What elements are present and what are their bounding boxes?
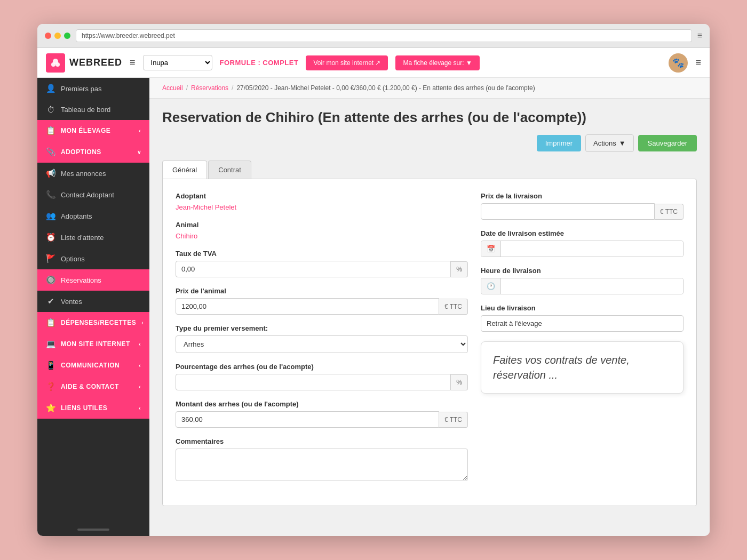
url-text: https://www.breeder.webreed.pet bbox=[82, 32, 175, 39]
type-versement-select[interactable]: Arrhes Acompte bbox=[176, 335, 468, 353]
maximize-dot[interactable] bbox=[64, 33, 70, 39]
chevron-right-site-icon: ‹ bbox=[139, 341, 141, 347]
sidebar-section-depenses[interactable]: 📋 DÉPENSES/RECETTES ‹ bbox=[37, 312, 149, 333]
sidebar-section-communication[interactable]: 📱 COMMUNICATION ‹ bbox=[37, 355, 149, 376]
sidebar-section-aide[interactable]: ❓ AIDE & CONTACT ‹ bbox=[37, 376, 149, 397]
btn-actions[interactable]: Actions ▼ bbox=[585, 134, 634, 152]
check-icon: ✔ bbox=[46, 297, 55, 306]
sidebar-item-adoptants[interactable]: 👥 Adoptants bbox=[37, 205, 149, 227]
minimize-dot[interactable] bbox=[54, 33, 61, 39]
reservation-icon: 🔘 bbox=[46, 275, 55, 285]
type-versement-group: Type du premier versement: Arrhes Acompt… bbox=[176, 324, 468, 353]
prix-livraison-input[interactable] bbox=[481, 203, 655, 220]
chevron-right-liens-icon: ‹ bbox=[139, 405, 141, 411]
tab-general-label: Général bbox=[172, 166, 197, 174]
sidebar-item-reservations[interactable]: 🔘 Réservations bbox=[37, 269, 149, 291]
callout-text: Faites vos contrats de vente, réservatio… bbox=[493, 353, 671, 382]
sidebar-item-mes-annonces[interactable]: 📢 Mes annonces bbox=[37, 163, 149, 184]
sidebar-item-liste-attente[interactable]: ⏰ Liste d'attente bbox=[37, 227, 149, 248]
top-nav: WEBREED ≡ Inupa FORMULE : COMPLET Voir m… bbox=[37, 48, 710, 78]
adoptant-group: Adoptant Jean-Michel Petelet bbox=[176, 192, 468, 211]
btn-sauvegarder[interactable]: Sauvegarder bbox=[638, 135, 697, 151]
svg-point-2 bbox=[55, 62, 60, 67]
calendar-icon: 📅 bbox=[481, 241, 501, 257]
url-bar[interactable]: https://www.breeder.webreed.pet bbox=[76, 29, 692, 42]
btn-fiche-elevage[interactable]: Ma fiche élevage sur: ▼ bbox=[395, 55, 479, 70]
sidebar-item-premiers-pas[interactable]: 👤 Premiers pas bbox=[37, 78, 149, 99]
pourcentage-label: Pourcentage des arrhes (ou de l'acompte) bbox=[176, 363, 468, 371]
clock-icon: ⏱ bbox=[46, 105, 55, 114]
lieu-livraison-label: Lieu de livraison bbox=[481, 304, 684, 312]
sidebar-label-liste-attente: Liste d'attente bbox=[61, 234, 141, 242]
prix-animal-label: Prix de l'animal bbox=[176, 287, 468, 295]
app-container: WEBREED ≡ Inupa FORMULE : COMPLET Voir m… bbox=[37, 48, 710, 536]
sidebar-label-adoptants: Adoptants bbox=[61, 212, 141, 220]
heure-livraison-input[interactable] bbox=[501, 278, 683, 294]
sidebar-item-contact-adoptant[interactable]: 📞 Contact Adoptant bbox=[37, 184, 149, 205]
tva-input[interactable] bbox=[176, 261, 451, 277]
animal-group: Animal Chihiro bbox=[176, 221, 468, 240]
sidebar-section-mon-site[interactable]: 💻 MON SITE INTERNET ‹ bbox=[37, 333, 149, 355]
chevron-right-comm-icon: ‹ bbox=[139, 363, 141, 369]
nav-menu-icon[interactable]: ≡ bbox=[695, 57, 701, 68]
montant-suffix: € TTC bbox=[439, 412, 468, 428]
sidebar-label-aide: AIDE & CONTACT bbox=[61, 383, 133, 390]
page-title: Reservation de Chihiro (En attente des a… bbox=[162, 109, 697, 126]
sidebar-label-communication: COMMUNICATION bbox=[61, 362, 133, 369]
chevron-right-depenses-icon: ‹ bbox=[141, 320, 144, 326]
sidebar-section-liens[interactable]: ⭐ LIENS UTILES ‹ bbox=[37, 397, 149, 419]
commentaires-textarea[interactable] bbox=[176, 449, 468, 481]
date-livraison-input[interactable] bbox=[501, 241, 683, 257]
browser-dots bbox=[45, 33, 70, 39]
svg-point-1 bbox=[51, 62, 55, 67]
sidebar-item-ventes[interactable]: ✔ Ventes bbox=[37, 291, 149, 312]
breadcrumb-sep1: / bbox=[186, 84, 188, 92]
btn-imprimer[interactable]: Imprimer bbox=[537, 135, 581, 151]
monitor-icon: 💻 bbox=[46, 339, 55, 349]
montant-input[interactable] bbox=[176, 411, 439, 428]
heure-livraison-label: Heure de livraison bbox=[481, 267, 684, 275]
chevron-right-icon: ‹ bbox=[139, 128, 141, 134]
breadcrumb-sep2: / bbox=[232, 84, 233, 92]
sidebar-label-premiers-pas: Premiers pas bbox=[61, 85, 141, 93]
type-versement-label: Type du premier versement: bbox=[176, 324, 468, 332]
prix-animal-group: Prix de l'animal € TTC bbox=[176, 287, 468, 315]
breadcrumb-current: 27/05/2020 - Jean-Michel Petelet - 0,00 … bbox=[236, 84, 535, 92]
prix-animal-input[interactable] bbox=[176, 298, 439, 315]
sidebar-label-reservations: Réservations bbox=[61, 276, 141, 284]
browser-menu-icon[interactable]: ≡ bbox=[697, 31, 702, 41]
chevron-down-icon: ∨ bbox=[137, 149, 141, 155]
browser-toolbar: https://www.breeder.webreed.pet ≡ bbox=[37, 24, 710, 48]
sidebar-item-tableau-de-bord[interactable]: ⏱ Tableau de bord bbox=[37, 99, 149, 120]
close-dot[interactable] bbox=[45, 33, 51, 39]
montant-group: Montant des arrhes (ou de l'acompte) € T… bbox=[176, 400, 468, 428]
megaphone-icon: 📢 bbox=[46, 169, 55, 178]
tab-general[interactable]: Général bbox=[162, 161, 207, 179]
btn-voir-site[interactable]: Voir mon site internet ↗ bbox=[306, 55, 388, 70]
heure-livraison-group: Heure de livraison 🕐 bbox=[481, 267, 684, 294]
tab-contrat[interactable]: Contrat bbox=[208, 161, 251, 179]
pourcentage-input[interactable] bbox=[176, 374, 451, 390]
commentaires-label: Commentaires bbox=[176, 437, 468, 445]
sidebar-label-contact: Contact Adoptant bbox=[61, 191, 141, 199]
browser-window: https://www.breeder.webreed.pet ≡ WEBREE… bbox=[37, 24, 710, 536]
sidebar-label-mon-elevage: MON ÉLEVAGE bbox=[61, 127, 133, 134]
sidebar-section-adoptions[interactable]: 📎 ADOPTIONS ∨ bbox=[37, 141, 149, 163]
hamburger-icon[interactable]: ≡ bbox=[130, 57, 136, 68]
lieu-livraison-input[interactable] bbox=[481, 315, 684, 332]
avatar[interactable]: 🐾 bbox=[669, 53, 688, 73]
date-livraison-group: Date de livraison estimée 📅 bbox=[481, 229, 684, 257]
sidebar-section-mon-elevage[interactable]: 📋 MON ÉLEVAGE ‹ bbox=[37, 120, 149, 141]
breadcrumb-reservations[interactable]: Réservations bbox=[191, 84, 228, 92]
question-icon: ❓ bbox=[46, 382, 55, 391]
tab-contrat-label: Contrat bbox=[218, 166, 241, 174]
adoptant-value[interactable]: Jean-Michel Petelet bbox=[176, 203, 468, 211]
sidebar-label-liens: LIENS UTILES bbox=[61, 404, 133, 412]
logo-area: WEBREED bbox=[46, 53, 122, 73]
adoptions-icon: 📎 bbox=[46, 147, 55, 157]
sidebar: 👤 Premiers pas ⏱ Tableau de bord 📋 MON É… bbox=[37, 78, 149, 536]
animal-value[interactable]: Chihiro bbox=[176, 232, 468, 240]
breeder-select[interactable]: Inupa bbox=[143, 55, 212, 70]
sidebar-item-options[interactable]: 🚩 Options bbox=[37, 248, 149, 269]
breadcrumb-home[interactable]: Accueil bbox=[162, 84, 183, 92]
